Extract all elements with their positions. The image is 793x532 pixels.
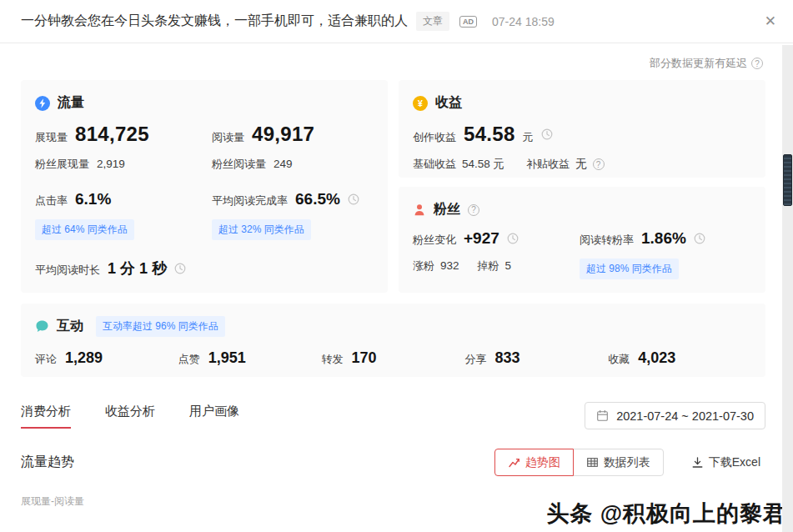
interaction-card-header: 互动 互动率超过 96% 同类作品 — [35, 316, 751, 337]
post-header: 一分钟教会您在今日头条发文赚钱，一部手机即可，适合兼职的人 文章 AD 07-2… — [0, 0, 793, 43]
shares-stat: 分享 833 — [464, 349, 608, 367]
subsidy-revenue-value: 无 — [575, 157, 587, 172]
conversion-metric: 阅读转粉率 1.86% — [580, 229, 751, 248]
download-icon — [691, 456, 704, 469]
creation-revenue-unit: 元 — [523, 130, 534, 145]
fans-card: 粉丝 ? 粉丝变化 +927 阅读转粉率 1.86% — [399, 187, 765, 293]
completion-metric: 平均阅读完成率 66.5% — [212, 190, 374, 208]
base-revenue-label: 基础收益 — [413, 157, 456, 172]
traffic-card-header: 流量 — [35, 94, 374, 112]
coin-icon: ¥ — [413, 96, 428, 111]
creation-revenue-label: 创作收益 — [413, 130, 456, 145]
shares-label: 分享 — [464, 352, 486, 367]
conversion-rank: 超过 98% 同类作品 — [580, 258, 751, 279]
comments-label: 评论 — [35, 352, 57, 367]
favorites-label: 收藏 — [608, 352, 630, 367]
fans-loss-label: 掉粉 — [478, 258, 499, 274]
reads-value: 49,917 — [252, 123, 314, 146]
tab-user-profile[interactable]: 用户画像 — [189, 404, 239, 429]
impressions-label: 展现量 — [35, 130, 68, 145]
base-revenue-value: 54.58 元 — [462, 157, 504, 172]
scrollbar-track[interactable] — [782, 45, 793, 532]
ctr-label: 点击率 — [35, 193, 68, 208]
trend-title: 流量趋势 — [21, 454, 74, 471]
revenue-title: 收益 — [435, 94, 462, 112]
fan-reads-metric: 粉丝阅读量 249 — [212, 157, 374, 172]
close-icon[interactable]: ✕ — [765, 14, 776, 28]
tab-revenue-analysis[interactable]: 收益分析 — [105, 404, 155, 429]
help-icon[interactable]: ? — [593, 158, 605, 170]
likes-label: 点赞 — [178, 352, 200, 367]
fan-reads-value: 249 — [274, 158, 293, 170]
duration-value: 1 分 1 秒 — [108, 258, 167, 279]
ctr-rank-badge: 超过 64% 同类作品 — [35, 219, 134, 240]
notice-text: 部分数据更新有延迟 — [650, 56, 747, 71]
post-title: 一分钟教会您在今日头条发文赚钱，一部手机即可，适合兼职的人 — [21, 13, 408, 30]
date-range-picker[interactable]: 2021-07-24 ~ 2021-07-30 — [585, 402, 765, 429]
ctr-metric: 点击率 6.1% — [35, 190, 212, 208]
conversion-label: 阅读转粉率 — [580, 233, 634, 248]
favorites-value: 4,023 — [638, 349, 675, 367]
fans-gain-label: 涨粉 — [413, 258, 434, 274]
tab-consumption-analysis[interactable]: 消费分析 — [21, 404, 71, 429]
fan-impressions-metric: 粉丝展现量 2,919 — [35, 157, 212, 172]
duration-metric: 平均阅读时长 1 分 1 秒 — [35, 258, 374, 279]
completion-rank-badge: 超过 32% 同类作品 — [212, 219, 311, 240]
revenue-card-header: ¥ 收益 — [413, 94, 751, 112]
completion-value: 66.5% — [295, 190, 340, 208]
fans-change-metric: 粉丝变化 +927 — [413, 229, 580, 248]
fan-reads-label: 粉丝阅读量 — [212, 157, 266, 172]
chat-bubble-icon — [35, 319, 49, 334]
stats-cards: 流量 展现量 814,725 阅读量 49,917 粉丝展现量 2,919 粉丝… — [0, 71, 793, 293]
trend-chart-label: 趋势图 — [525, 455, 560, 470]
right-cards-column: ¥ 收益 创作收益 54.58 元 基础收益 54.58 元 补贴收益 — [399, 80, 765, 293]
reposts-label: 转发 — [322, 352, 344, 367]
fans-gain-loss: 涨粉 932 掉粉 5 — [413, 258, 580, 279]
fans-change-value: +927 — [464, 229, 499, 248]
reposts-value: 170 — [352, 349, 377, 367]
lightning-icon — [35, 96, 50, 111]
help-icon[interactable]: ? — [468, 204, 479, 216]
creation-revenue-value: 54.58 — [464, 123, 515, 146]
reposts-stat: 转发 170 — [322, 349, 465, 367]
interaction-rank-badge: 互动率超过 96% 同类作品 — [96, 316, 225, 337]
conversion-rank-badge: 超过 98% 同类作品 — [580, 258, 679, 279]
view-toggle-group: 趋势图 数据列表 下载Excel — [494, 449, 765, 476]
trend-chart-button[interactable]: 趋势图 — [494, 449, 574, 476]
completion-rank: 超过 32% 同类作品 — [212, 219, 374, 240]
person-icon — [413, 203, 426, 217]
post-timestamp: 07-24 18:59 — [492, 15, 555, 28]
fans-title: 粉丝 — [434, 201, 460, 218]
fans-loss-value: 5 — [505, 259, 512, 272]
interaction-card: 互动 互动率超过 96% 同类作品 评论 1,289 点赞 1,951 转发 1… — [21, 304, 765, 377]
data-list-label: 数据列表 — [604, 455, 650, 470]
impressions-metric: 展现量 814,725 — [35, 123, 212, 146]
clock-icon — [541, 128, 553, 140]
fan-impressions-value: 2,919 — [97, 158, 125, 170]
download-excel-button[interactable]: 下载Excel — [686, 449, 765, 476]
download-excel-label: 下载Excel — [709, 455, 760, 470]
revenue-card: ¥ 收益 创作收益 54.58 元 基础收益 54.58 元 补贴收益 — [399, 80, 765, 178]
scrollbar-thumb[interactable] — [783, 154, 792, 206]
data-list-button[interactable]: 数据列表 — [573, 449, 664, 476]
base-revenue-metric: 基础收益 54.58 元 — [413, 157, 504, 172]
interaction-stats: 评论 1,289 点赞 1,951 转发 170 分享 833 收藏 4,023 — [35, 349, 751, 367]
clock-icon — [348, 193, 359, 205]
conversion-value: 1.86% — [641, 229, 686, 248]
fans-change-label: 粉丝变化 — [413, 233, 456, 248]
article-type-badge: 文章 — [416, 12, 449, 31]
clock-icon — [694, 233, 705, 244]
fan-impressions-label: 粉丝展现量 — [35, 157, 89, 172]
watermark: 头条 @积极向上的黎君 — [546, 499, 786, 529]
creation-revenue-metric: 创作收益 54.58 元 — [413, 123, 751, 146]
favorites-stat: 收藏 4,023 — [608, 349, 751, 367]
comments-stat: 评论 1,289 — [35, 349, 178, 367]
line-chart-icon — [508, 456, 520, 469]
clock-icon — [174, 263, 186, 274]
help-icon[interactable]: ? — [751, 58, 763, 69]
likes-value: 1,951 — [208, 349, 246, 367]
reads-label: 阅读量 — [212, 130, 244, 145]
table-icon — [586, 456, 599, 469]
traffic-card: 流量 展现量 814,725 阅读量 49,917 粉丝展现量 2,919 粉丝… — [21, 80, 388, 293]
calendar-icon — [596, 409, 609, 422]
